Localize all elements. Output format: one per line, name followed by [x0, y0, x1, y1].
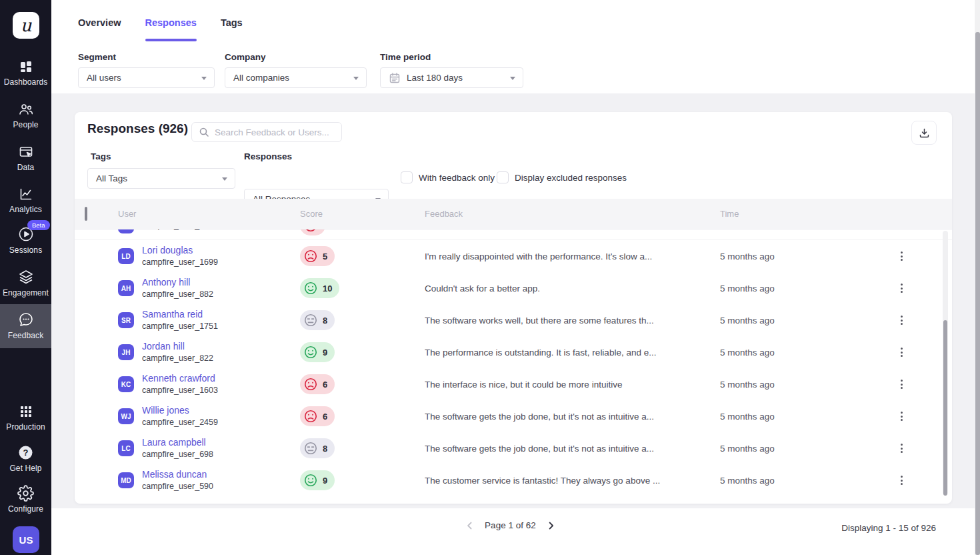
sidebar-item-dashboards[interactable]: Dashboards — [0, 59, 51, 87]
segment-label: Segment — [78, 52, 215, 62]
download-button[interactable] — [911, 121, 937, 145]
sidebar-item-production[interactable]: Production — [0, 404, 51, 432]
table-row-partial[interactable]: campfire_user_782 — [75, 229, 952, 240]
avatar: KC — [118, 376, 134, 392]
svg-text:?: ? — [23, 448, 29, 458]
sidebar-item-analytics[interactable]: Analytics — [0, 186, 51, 214]
avatar — [118, 229, 134, 233]
user-name[interactable]: Melissa duncan — [142, 469, 213, 481]
tab-tags[interactable]: Tags — [221, 17, 243, 37]
user-id: campfire_user_882 — [142, 289, 213, 300]
score-value: 9 — [323, 476, 327, 486]
column-header-score: Score — [300, 209, 425, 219]
company-select[interactable]: All companies — [225, 67, 367, 88]
sidebar-item-label: Configure — [0, 504, 51, 514]
score-badge: 10 — [300, 278, 339, 298]
kebab-menu-button[interactable] — [895, 412, 907, 421]
sidebar-item-label: Production — [0, 422, 51, 432]
kebab-menu-button[interactable] — [895, 444, 907, 453]
time-text: 5 months ago — [720, 380, 895, 390]
user-name[interactable]: Anthony hill — [142, 277, 213, 289]
sidebar-item-configure[interactable]: Configure — [0, 485, 51, 514]
page-scrollbar-thumb[interactable] — [975, 32, 980, 555]
user-name[interactable]: Samantha reid — [142, 309, 218, 321]
score-badge: 9 — [300, 342, 335, 362]
neutral-face-icon — [303, 441, 318, 456]
responses-filter-label: Responses — [244, 151, 292, 161]
next-page-button[interactable] — [547, 521, 556, 530]
table-row[interactable]: AH Anthony hill campfire_user_882 10 Cou… — [75, 272, 952, 304]
analytics-icon — [0, 186, 51, 202]
table-row[interactable]: LC Laura campbell campfire_user_698 8 Th… — [75, 432, 952, 464]
help-icon: ? — [0, 444, 51, 461]
beta-badge: Beta — [27, 220, 50, 230]
user-id: campfire_user_1699 — [142, 257, 218, 267]
smile-face-icon — [303, 281, 318, 296]
checkbox-icon — [497, 171, 509, 183]
app-logo[interactable]: u — [13, 12, 39, 39]
feedback-text: I'm really disappointed with the perform… — [425, 251, 720, 261]
table-row[interactable]: KC Kenneth crawford campfire_user_1603 6… — [75, 368, 952, 400]
kebab-menu-button[interactable] — [895, 380, 907, 389]
table-row[interactable]: JH Jordan hill campfire_user_822 9 The p… — [75, 336, 952, 368]
sidebar-item-data[interactable]: Data — [0, 144, 51, 172]
table-row[interactable]: SR Samantha reid campfire_user_1751 8 Th… — [75, 304, 952, 336]
search-input[interactable] — [215, 127, 335, 137]
engagement-icon — [0, 268, 51, 286]
kebab-menu-button[interactable] — [895, 348, 907, 357]
score-badge — [300, 229, 325, 235]
kebab-menu-button[interactable] — [895, 316, 907, 325]
data-icon — [0, 144, 51, 160]
pagination: Page 1 of 62 Displaying 1 - 15 of 926 — [51, 520, 975, 540]
user-id: campfire_user_698 — [142, 449, 213, 460]
user-name[interactable]: Kenneth crawford — [142, 373, 218, 385]
avatar: WJ — [118, 408, 134, 424]
score-badge: 8 — [300, 310, 335, 330]
company-label: Company — [225, 52, 367, 62]
user-name[interactable]: Willie jones — [142, 405, 218, 417]
smile-face-icon — [303, 473, 318, 488]
score-value: 5 — [323, 251, 327, 261]
user-name[interactable]: Jordan hill — [142, 341, 213, 353]
feedback-text: The performance is outstanding. It is fa… — [425, 348, 720, 358]
with-feedback-only-checkbox[interactable]: With feedback only — [401, 171, 495, 183]
table-scrollbar[interactable] — [943, 231, 948, 495]
user-name[interactable]: Laura campbell — [142, 437, 213, 449]
prev-page-button[interactable] — [465, 521, 474, 530]
feedback-text: The interface is nice, but it could be m… — [425, 380, 720, 390]
sidebar-item-label: Dashboards — [0, 77, 51, 87]
table-row[interactable]: WJ Willie jones campfire_user_2459 6 The… — [75, 400, 952, 432]
segment-select[interactable]: All users — [78, 67, 215, 88]
tab-responses[interactable]: Responses — [145, 17, 197, 37]
display-excluded-checkbox[interactable]: Display excluded responses — [497, 171, 627, 183]
kebab-menu-button[interactable] — [895, 251, 907, 261]
table-header: User Score Feedback Time — [75, 199, 952, 229]
tab-overview[interactable]: Overview — [78, 17, 121, 37]
table-row[interactable]: LD Lori douglas campfire_user_1699 5 I'm… — [75, 240, 952, 272]
time-period-select[interactable]: Last 180 days — [380, 67, 523, 88]
score-value: 8 — [323, 316, 327, 326]
chevron-down-icon — [222, 177, 227, 181]
sidebar-item-engagement[interactable]: Engagement — [0, 268, 51, 298]
table-row[interactable]: MD Melissa duncan campfire_user_590 9 Th… — [75, 464, 952, 496]
select-all-checkbox[interactable] — [85, 207, 87, 221]
kebab-menu-button[interactable] — [895, 476, 907, 485]
page-scrollbar[interactable] — [975, 0, 980, 555]
checkbox-label: Display excluded responses — [515, 173, 627, 183]
sidebar-item-get-help[interactable]: ? Get Help — [0, 444, 51, 473]
score-value: 6 — [323, 412, 327, 422]
sad-face-icon — [303, 409, 318, 424]
user-avatar[interactable]: US — [13, 526, 39, 553]
sidebar-item-people[interactable]: People — [0, 101, 51, 129]
score-badge: 6 — [300, 406, 335, 426]
sad-face-icon — [303, 377, 318, 392]
tags-select-value: All Tags — [96, 173, 127, 183]
user-name[interactable]: Lori douglas — [142, 245, 218, 257]
tags-select[interactable]: All Tags — [87, 168, 235, 189]
sidebar-item-sessions[interactable]: Beta Sessions — [0, 225, 51, 255]
user-avatar-initials: US — [19, 534, 33, 546]
table-scrollbar-thumb[interactable] — [943, 320, 947, 496]
company-filter: Company All companies — [225, 52, 367, 88]
kebab-menu-button[interactable] — [895, 284, 907, 293]
sidebar-item-feedback[interactable]: Feedback — [0, 304, 51, 348]
